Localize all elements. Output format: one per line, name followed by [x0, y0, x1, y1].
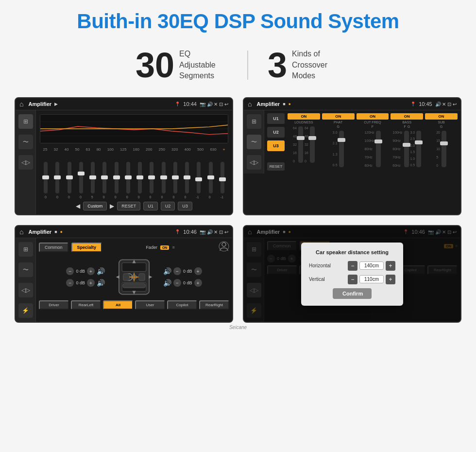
eq-slider-2[interactable]	[55, 162, 59, 193]
custom-btn[interactable]: Custom	[83, 202, 107, 210]
eq-slider-9[interactable]	[138, 162, 142, 193]
specialty-tab[interactable]: Specialty	[71, 243, 102, 252]
bass-on[interactable]: ON	[391, 113, 423, 120]
reset-btn[interactable]: RESET	[117, 202, 140, 210]
side-controls-3: ⊞ 〜 ◁▷ ⚡	[16, 238, 36, 322]
loudness-slider[interactable]	[298, 126, 303, 163]
cutfreq-on[interactable]: ON	[357, 113, 389, 120]
crossover-presets: U1 U2 U3 RESET	[267, 113, 285, 171]
eq-slider-4[interactable]	[79, 162, 83, 193]
side-btn-eq[interactable]: ⊞	[18, 114, 33, 129]
horizontal-row: Horizontal − 140cm +	[309, 261, 395, 271]
eq-slider-5[interactable]	[91, 162, 95, 193]
rearleft-btn[interactable]: RearLeft	[71, 300, 101, 310]
rl-plus[interactable]: +	[87, 279, 95, 287]
horizontal-minus[interactable]: −	[348, 261, 357, 271]
u1-preset[interactable]: U1	[267, 113, 285, 124]
eq-slider-7[interactable]	[115, 162, 119, 193]
fl-minus[interactable]: −	[66, 267, 74, 275]
fr-plus[interactable]: +	[194, 267, 202, 275]
location-icon-1: 📍	[175, 102, 180, 106]
horizontal-plus[interactable]: +	[386, 261, 395, 271]
side-btn-eq2[interactable]: ⊞	[247, 114, 261, 129]
fader-row: Fader ON ≡	[146, 245, 174, 250]
svg-rect-11	[123, 274, 129, 280]
fr-vol-value: 0 dB	[183, 269, 192, 274]
u2-preset[interactable]: U2	[267, 127, 285, 138]
sub-sub-labels: G	[440, 125, 442, 128]
copilot-btn[interactable]: Copilot	[167, 300, 197, 310]
cutfreq-slider[interactable]	[376, 131, 381, 167]
next-btn[interactable]: ▶	[110, 203, 114, 209]
eq-slider-3[interactable]	[68, 162, 71, 193]
bass-slider1[interactable]	[404, 131, 409, 167]
rl-minus[interactable]: −	[66, 279, 74, 287]
side-btn-vol3[interactable]: ◁▷	[18, 283, 33, 297]
sub-label: SUB	[438, 121, 444, 124]
phat-label: PHAT	[334, 121, 342, 124]
screen-body-2: ⊞ 〜 ◁▷ U1 U2 U3 RESET ON LOUDNESS	[244, 110, 460, 174]
u1-btn[interactable]: U1	[143, 202, 158, 210]
rr-plus[interactable]: +	[194, 279, 202, 287]
eq-slider-16[interactable]	[221, 162, 224, 193]
common-tab[interactable]: Common	[39, 243, 68, 252]
rec-icon-3: ■	[54, 229, 57, 234]
phat-on[interactable]: ON	[322, 113, 355, 120]
side-btn-eq3[interactable]: ⊞	[18, 242, 33, 257]
time-2: 10:45	[419, 101, 432, 107]
vertical-minus[interactable]: −	[348, 275, 357, 284]
prev-btn[interactable]: ◀	[76, 203, 80, 209]
watermark: Seicane	[229, 325, 247, 330]
side-btn-wave[interactable]: 〜	[18, 135, 33, 149]
rearright-btn[interactable]: RearRight	[199, 300, 229, 310]
screen-body-1: ⊞ 〜 ◁▷	[16, 110, 232, 214]
fl-vol-value: 0 dB	[76, 269, 85, 274]
eq-slider-11[interactable]	[162, 162, 166, 193]
u3-preset[interactable]: U3	[267, 140, 285, 151]
fader-label: Fader	[146, 245, 157, 250]
vertical-plus[interactable]: +	[386, 275, 395, 284]
user-btn[interactable]: User	[135, 300, 165, 310]
screen-dialog: ⌂ Amplifier ■ ● 📍 10:46 📷 🔊 ✕ ⊡ ↩ ⊞ 〜 ◁▷…	[243, 225, 461, 323]
vertical-input-group: − 110cm +	[348, 275, 395, 284]
eq-slider-14[interactable]	[197, 162, 201, 193]
home-icon-3[interactable]: ⌂	[19, 228, 23, 236]
sub-slider[interactable]	[442, 131, 446, 167]
eq-slider-10[interactable]	[150, 162, 153, 193]
side-btn-wave3[interactable]: 〜	[18, 262, 33, 277]
eq-slider-8[interactable]	[126, 162, 130, 193]
crossover-reset[interactable]: RESET	[267, 162, 285, 171]
home-icon-2[interactable]: ⌂	[248, 100, 252, 108]
loudness-on[interactable]: ON	[288, 113, 320, 120]
driver-btn[interactable]: Driver	[39, 300, 69, 310]
eq-slider-15[interactable]	[209, 162, 213, 193]
eq-slider-1[interactable]	[44, 162, 48, 193]
eq-slider-12[interactable]	[173, 162, 177, 193]
sub-on[interactable]: ON	[425, 113, 458, 120]
side-btn-vol[interactable]: ◁▷	[18, 155, 33, 170]
phat-slider[interactable]	[339, 131, 344, 167]
rr-speaker-icon: 🔊	[163, 279, 171, 287]
specialty-tabs: Common Specialty Fader ON ≡	[39, 241, 229, 254]
phat-sub-labels: G	[337, 125, 339, 128]
side-btn-vol2[interactable]: ◁▷	[247, 155, 261, 170]
fr-minus[interactable]: −	[173, 267, 181, 275]
eq-slider-13[interactable]	[185, 162, 189, 193]
svg-point-4	[222, 243, 226, 246]
rr-minus[interactable]: −	[173, 279, 181, 287]
u3-btn[interactable]: U3	[178, 202, 192, 210]
play-icon-1[interactable]: ▶	[54, 102, 58, 106]
bass-slider2[interactable]	[416, 131, 421, 167]
eq-slider-6[interactable]	[102, 162, 106, 193]
u2-btn[interactable]: U2	[161, 202, 175, 210]
fl-vol-row: − 0 dB + 🔊	[66, 267, 105, 275]
home-icon-1[interactable]: ⌂	[19, 100, 23, 108]
loudness-slider2[interactable]	[310, 126, 315, 163]
side-btn-wave2[interactable]: 〜	[247, 135, 261, 149]
fader-on-badge[interactable]: ON	[160, 245, 170, 250]
fl-plus[interactable]: +	[87, 267, 95, 275]
rl-vol-value: 0 dB	[76, 280, 85, 285]
all-btn[interactable]: All	[103, 300, 133, 310]
confirm-button[interactable]: Confirm	[333, 288, 372, 299]
side-btn-bt3[interactable]: ⚡	[18, 303, 33, 318]
